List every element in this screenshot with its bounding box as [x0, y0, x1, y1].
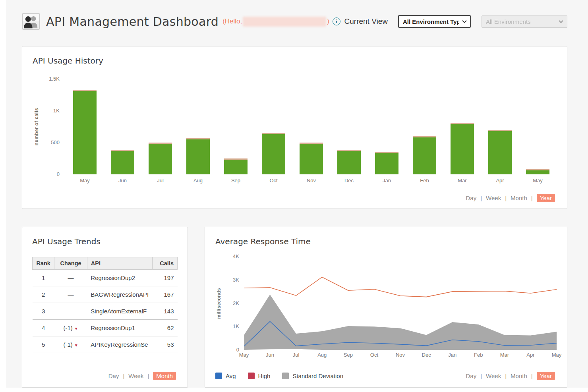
y-tick-label: 3K: [233, 277, 239, 283]
y-axis-ticks: 05001K1.5K: [41, 79, 60, 174]
rank-cell: 5: [33, 336, 54, 353]
time-range-week[interactable]: Week: [486, 195, 501, 201]
environment-select[interactable]: All Environments: [482, 15, 567, 28]
time-range-week[interactable]: Week: [486, 373, 501, 379]
y-tick-label: 1.5K: [49, 76, 60, 82]
api-cell: SingleAtomExternalF: [87, 303, 152, 320]
trends-table: Rank Change API Calls 1—RegressionDup219…: [32, 257, 178, 353]
x-axis-label: May: [239, 352, 249, 358]
time-range-day[interactable]: Day: [108, 373, 119, 379]
x-axis-label: Oct: [370, 352, 378, 358]
time-range-controls: Day|Week|Month|Year: [33, 194, 557, 202]
bar: [526, 169, 549, 174]
time-range-year[interactable]: Year: [537, 194, 555, 202]
time-range-month[interactable]: Month: [511, 373, 527, 379]
x-axis-label: Apr: [526, 352, 534, 358]
api-cell: RegressionDup1: [87, 320, 152, 336]
greeting-blurred-username: [243, 17, 326, 27]
bar-column: [217, 79, 255, 174]
bar-chart: number of calls 05001K1.5K MayJunJulAugS…: [33, 79, 557, 183]
time-range-year[interactable]: Year: [537, 372, 555, 380]
separator: |: [480, 373, 482, 379]
high-line: [244, 277, 557, 297]
y-axis-title: milliseconds: [215, 257, 222, 350]
legend-swatch: [215, 373, 222, 379]
column-header-calls: Calls: [152, 257, 177, 270]
column-header-change: Change: [54, 257, 87, 270]
legend-label: Standard Deviation: [292, 373, 343, 379]
greeting-suffix: ): [327, 17, 329, 25]
separator: |: [123, 373, 124, 379]
legend-label: Avg: [226, 373, 236, 379]
time-range-controls: Day|Week|Month|Year: [466, 372, 557, 380]
bar-column: [255, 79, 292, 174]
x-axis-label: May: [519, 178, 557, 183]
change-down-icon: ▼: [74, 343, 78, 348]
table-row: 1—RegressionDup2197: [33, 270, 178, 286]
bar: [111, 150, 134, 174]
y-tick-label: 1K: [233, 323, 239, 330]
dashboard-page: API Management Dashboard (Hello, ) i Cur…: [6, 0, 588, 388]
bar-column: [104, 79, 141, 174]
line-plot: [244, 257, 557, 350]
greeting: (Hello, ): [222, 17, 329, 27]
y-tick-label: 1K: [53, 108, 60, 114]
view-controls: Current View All Environment Types All E…: [344, 15, 567, 28]
panel-title: API Usage History: [33, 56, 557, 66]
x-axis-label: May: [552, 352, 562, 358]
time-range-day[interactable]: Day: [466, 373, 477, 379]
calls-cell: 143: [152, 303, 177, 320]
x-axis-label: Apr: [481, 178, 519, 183]
legend-label: High: [258, 373, 271, 379]
bar: [337, 150, 361, 174]
x-axis-label: Dec: [330, 178, 368, 183]
y-axis-ticks: 01K2K3K4K: [222, 257, 239, 350]
bar-column: [141, 79, 179, 174]
x-axis-label: Dec: [422, 352, 431, 358]
y-tick-label: 0: [57, 171, 60, 178]
x-axis-label: Nov: [396, 352, 405, 358]
chart-footer: AvgHighStandard Deviation Day|Week|Month…: [215, 372, 557, 380]
table-row: 5(-1)▼APIKeyRegressionSe53: [33, 336, 178, 353]
table-row: 4(-1)▼RegressionDup162: [33, 320, 178, 336]
bar-column: [292, 79, 330, 174]
rank-cell: 2: [33, 286, 54, 303]
calls-cell: 197: [152, 270, 177, 286]
x-axis-label: Jul: [141, 178, 179, 183]
bar: [488, 130, 512, 174]
change-cell: —: [54, 303, 87, 320]
info-icon[interactable]: i: [333, 17, 340, 25]
x-axis-label: Nov: [292, 178, 330, 183]
legend-item: Standard Deviation: [282, 373, 343, 379]
environment-type-select[interactable]: All Environment Types: [398, 15, 471, 28]
bar-column: [66, 79, 104, 174]
greeting-prefix: (Hello,: [222, 17, 242, 25]
calls-cell: 53: [152, 336, 177, 353]
x-axis-label: Feb: [406, 178, 443, 183]
x-axis-label: Jun: [104, 178, 141, 183]
x-axis-label: Jan: [368, 178, 406, 183]
legend-item: High: [248, 373, 271, 379]
time-range-month[interactable]: Month: [511, 195, 527, 201]
x-axis-label: Jun: [266, 352, 274, 358]
time-range-month[interactable]: Month: [153, 372, 176, 380]
table-row: 2—BAGWRegressionAPI167: [33, 286, 178, 303]
bar: [149, 143, 172, 174]
bar: [224, 158, 248, 174]
bar: [451, 123, 474, 174]
change-cell: (-1)▼: [54, 320, 87, 336]
users-icon: [22, 13, 40, 30]
legend: AvgHighStandard Deviation: [215, 373, 343, 379]
table-row: 3—SingleAtomExternalF143: [33, 303, 178, 320]
separator: |: [505, 195, 507, 201]
x-axis-label: Sep: [217, 178, 255, 183]
change-down-icon: ▼: [74, 326, 78, 331]
separator: |: [147, 373, 149, 379]
time-range-week[interactable]: Week: [128, 373, 143, 379]
time-range-day[interactable]: Day: [466, 195, 477, 201]
legend-item: Avg: [215, 373, 236, 379]
panel-title: Average Response Time: [215, 237, 557, 246]
page-title: API Management Dashboard: [46, 15, 219, 29]
bar-column: [406, 79, 443, 174]
x-axis-label: Feb: [474, 352, 483, 358]
